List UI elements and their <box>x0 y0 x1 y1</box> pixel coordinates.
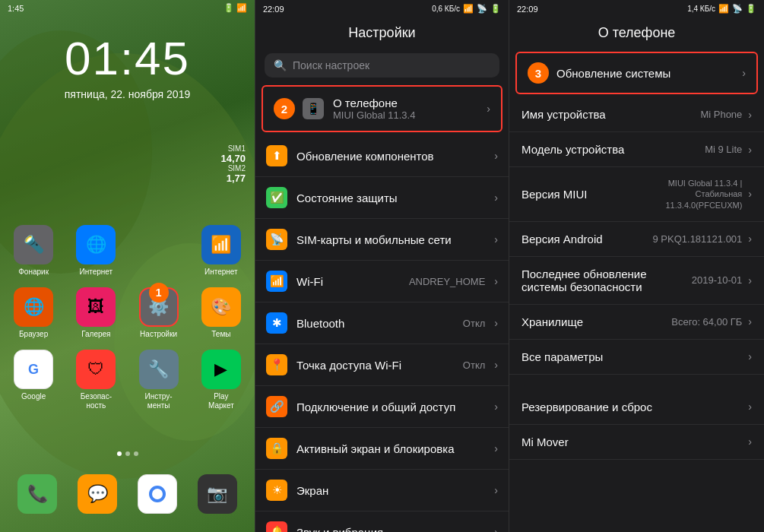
dock-chrome[interactable] <box>138 474 177 514</box>
app-tools[interactable]: 🔧 Инстру-менты <box>133 350 185 410</box>
about-phone-screen: 22:09 1,4 КБ/с 📶 📡 🔋 О телефоне 3 Обновл… <box>509 0 764 532</box>
device-name-label: Имя устройства <box>521 108 700 121</box>
settings-item-bluetooth[interactable]: ✱ Bluetooth Откл › <box>255 302 509 344</box>
app-internet2[interactable]: 📶 Интернет <box>195 225 247 277</box>
android-version-value: 9 PKQ1.181121.001 <box>653 233 743 245</box>
protection-chevron: › <box>494 192 498 204</box>
connection-content: Подключение и общий доступ <box>296 401 488 413</box>
about-phone-chevron: › <box>487 103 490 115</box>
home-screen: 1:45 🔋 📶 01:45 пятница, 22. ноября 2019 … <box>0 0 255 532</box>
about-list: 3 Обновление системы › Имя устройства Mi… <box>509 49 764 532</box>
screen-lock-icon: 🔒 <box>266 438 287 459</box>
about-storage[interactable]: Хранилище Всего: 64,00 ГБ › <box>509 305 764 340</box>
app-label-settings: Настройки <box>140 330 177 339</box>
storage-value: Всего: 64,00 ГБ <box>671 316 742 328</box>
app-flashlight[interactable]: 🔦 Фонарик <box>8 225 59 277</box>
connection-icon: 🔗 <box>266 396 287 417</box>
sim-chevron: › <box>494 233 498 245</box>
settings-item-wifi[interactable]: 📶 Wi-Fi ANDREY_HOME › <box>255 261 509 302</box>
svg-point-1 <box>154 491 160 497</box>
home-status-time: 1:45 <box>8 4 24 13</box>
dock-messages[interactable]: 💬 <box>78 474 117 514</box>
app-gallery[interactable]: 🖼 Галерея <box>70 287 122 339</box>
app-label-flashlight: Фонарик <box>18 268 49 277</box>
storage-content: Хранилище <box>521 315 671 328</box>
about-mi-mover[interactable]: Mi Mover › <box>509 425 764 460</box>
settings-item-display[interactable]: ☀ Экран › <box>255 470 509 511</box>
app-label-google: Google <box>21 392 46 401</box>
app-settings[interactable]: ⚙️ 1 Настройки <box>133 287 185 339</box>
bluetooth-chevron: › <box>494 317 498 329</box>
dock-camera[interactable]: 📷 <box>198 474 237 514</box>
mi-mover-chevron: › <box>748 435 752 448</box>
settings-status-bar: 22:09 0,6 КБ/с 📶 📡 🔋 <box>255 0 509 17</box>
wifi-label: Wi-Fi <box>296 275 409 288</box>
dock-phone[interactable]: 📞 <box>17 474 57 514</box>
about-phone-icon: 📱 <box>303 98 324 119</box>
device-model-label: Модель устройства <box>521 143 705 156</box>
settings-item-component-update[interactable]: ⬆ Обновление компонентов › <box>255 135 509 177</box>
home-status-bar: 1:45 🔋 📶 <box>0 0 255 16</box>
component-update-content: Обновление компонентов <box>296 150 488 163</box>
settings-item-hotspot[interactable]: 📍 Точка доступа Wi-Fi Откл › <box>255 344 509 386</box>
bluetooth-value: Откл <box>463 318 486 329</box>
about-status-bar: 22:09 1,4 КБ/с 📶 📡 🔋 <box>509 0 764 17</box>
app-icon-tools: 🔧 <box>139 350 179 389</box>
backup-reset-content: Резервирование и сброс <box>521 401 742 413</box>
device-model-content: Модель устройства <box>521 143 705 156</box>
screen-lock-chevron: › <box>494 442 498 454</box>
app-label-security: Безопас-ность <box>81 392 112 410</box>
dot-1 <box>117 451 122 456</box>
backup-reset-chevron: › <box>748 401 752 413</box>
settings-item-protection[interactable]: ✅ Состояние защиты › <box>255 177 509 219</box>
app-play[interactable]: ▶ PlayМаркет <box>195 350 247 410</box>
android-version-chevron: › <box>748 233 752 245</box>
about-system-update[interactable]: 3 Обновление системы › <box>515 52 758 94</box>
device-name-content: Имя устройства <box>521 108 700 121</box>
app-security[interactable]: 🛡 Безопас-ность <box>70 350 122 410</box>
about-security-update[interactable]: Последнее обновление системы безопасност… <box>509 257 764 305</box>
app-themes[interactable]: 🎨 Темы <box>195 287 247 339</box>
wifi-value: ANDREY_HOME <box>409 276 485 287</box>
app-label-internet2: Интернет <box>204 268 238 277</box>
display-label: Экран <box>296 484 488 497</box>
protection-icon: ✅ <box>266 187 287 208</box>
connection-label: Подключение и общий доступ <box>296 401 488 413</box>
settings-data-speed: 0,6 КБ/с <box>432 5 460 13</box>
settings-item-sound[interactable]: 🔔 Звук и вибрация › <box>255 511 509 532</box>
about-miui-version[interactable]: Версия MIUI MIUI Global 11.3.4 |Стабильн… <box>509 167 764 222</box>
settings-item-about-phone[interactable]: 2 📱 О телефоне MIUI Global 11.3.4 › <box>262 85 502 132</box>
about-device-model[interactable]: Модель устройства Mi 9 Lite › <box>509 132 764 167</box>
app-browser[interactable]: 🌐 Браузер <box>8 287 59 339</box>
settings-item-screen-lock[interactable]: 🔒 Активный экран и блокировка › <box>255 428 509 470</box>
about-phone-label: О телефоне <box>333 97 480 109</box>
system-update-content: Обновление системы <box>556 67 736 80</box>
about-all-params[interactable]: Все параметры › <box>509 340 764 375</box>
android-version-label: Версия Android <box>521 233 653 245</box>
sim-content: SIM-карты и мобильные сети <box>296 233 488 246</box>
app-google[interactable]: G Google <box>8 350 59 410</box>
about-title: О телефоне <box>509 17 764 49</box>
about-backup-reset[interactable]: Резервирование и сброс › <box>509 390 764 425</box>
settings-item-connection[interactable]: 🔗 Подключение и общий доступ › <box>255 386 509 428</box>
android-version-content: Версия Android <box>521 233 653 245</box>
app-internet[interactable]: 🌐 Интернет <box>70 225 122 277</box>
app-grid: 🔦 Фонарик 🌐 Интернет 📶 Интернет 🌐 Браузе… <box>8 225 247 410</box>
about-device-name[interactable]: Имя устройства Mi Phone › <box>509 97 764 132</box>
about-android-version[interactable]: Версия Android 9 PKQ1.181121.001 › <box>509 222 764 257</box>
app-label-tools: Инстру-менты <box>145 392 173 410</box>
sound-icon: 🔔 <box>266 521 287 532</box>
settings-signal-icon: 📶 <box>463 4 474 14</box>
app-label-themes: Темы <box>211 330 230 339</box>
app-label-browser: Браузер <box>19 330 48 339</box>
settings-item-sim[interactable]: 📡 SIM-карты и мобильные сети › <box>255 219 509 261</box>
settings-search-bar[interactable]: 🔍 Поиск настроек <box>265 53 499 78</box>
settings-title: Настройки <box>255 17 509 49</box>
dot-2 <box>125 451 130 456</box>
settings-list: 2 📱 О телефоне MIUI Global 11.3.4 › ⬆ Об… <box>255 82 509 532</box>
app-icon-internet2: 📶 <box>201 225 241 264</box>
clock-area: 01:45 пятница, 22. ноября 2019 <box>0 31 255 100</box>
wifi-content: Wi-Fi <box>296 275 409 288</box>
settings-screen: 22:09 0,6 КБ/с 📶 📡 🔋 Настройки 🔍 Поиск н… <box>255 0 509 532</box>
connection-chevron: › <box>494 401 498 413</box>
